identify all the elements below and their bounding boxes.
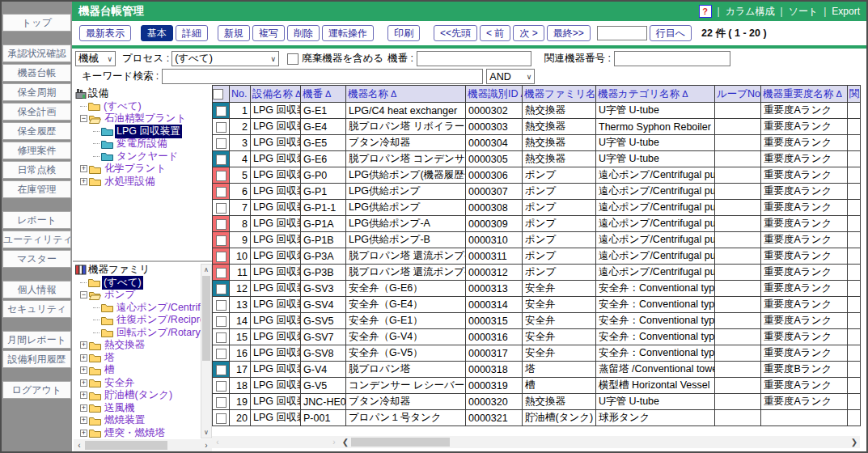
column-header-loop[interactable]: ループNo.Δ	[715, 86, 761, 103]
tree-node-label[interactable]: 槽	[103, 363, 116, 377]
row-checkbox[interactable]	[216, 300, 227, 311]
sort-link[interactable]: ソート	[789, 5, 819, 19]
column-header-category[interactable]: 機器カテゴリ名称Δ	[596, 86, 715, 103]
row-checkbox[interactable]	[216, 332, 227, 343]
tree-node[interactable]: +化学プラント	[74, 163, 212, 176]
expand-icon[interactable]: +	[80, 404, 87, 412]
related-equipment-input[interactable]	[614, 51, 730, 66]
include-disposed-checkbox[interactable]	[287, 53, 299, 65]
tree-node-label[interactable]: 石油精製プラント	[103, 112, 188, 125]
row-checkbox[interactable]	[216, 413, 227, 424]
cell-name[interactable]: LPG供給ポンプ-B	[346, 232, 466, 248]
cell-name[interactable]: LPG/C4 heat exchanger	[346, 103, 466, 119]
tree-node-label[interactable]: ポンプ	[103, 288, 137, 302]
select-all-checkbox[interactable]	[213, 89, 223, 99]
row-checkbox[interactable]	[216, 203, 227, 214]
sidebar-item-4-0[interactable]: 月間レポート	[2, 331, 71, 349]
goto-row-input[interactable]	[597, 26, 647, 40]
tree-node[interactable]: (すべて)	[74, 100, 212, 113]
sidebar-item-1-6[interactable]: 日常点検	[2, 161, 71, 179]
expand-icon[interactable]: +	[80, 430, 87, 437]
tree-node[interactable]: +熱交換器	[74, 339, 201, 352]
fixed-columns-scrollbar[interactable]: ‹ ›	[212, 436, 340, 448]
expand-icon[interactable]: +	[80, 379, 87, 387]
cell-name[interactable]: 脱プロパン塔 還流ポンプ-A	[346, 248, 466, 265]
tree-node-label[interactable]: 熱交換器	[103, 338, 146, 352]
sidebar-item-1-2[interactable]: 保全周期	[2, 83, 71, 101]
scroll-left-icon[interactable]: ‹	[74, 441, 85, 450]
export-link[interactable]: Export	[832, 6, 860, 17]
column-header-family[interactable]: 機器ファミリ名称Δ	[523, 86, 596, 103]
sidebar-item-4-1[interactable]: 設備利用履歴	[2, 350, 71, 368]
sidebar-item-1-1[interactable]: 機器台帳	[2, 64, 71, 82]
tree-node[interactable]: −ポンプ	[74, 289, 201, 302]
cell-kiban[interactable]: P-001	[301, 410, 346, 426]
row-checkbox[interactable]	[216, 106, 227, 116]
cell-kiban[interactable]: G-P3B	[301, 265, 346, 281]
sidebar-item-1-5[interactable]: 修理案件	[2, 142, 71, 159]
tree-node[interactable]: +送風機	[74, 402, 201, 415]
tree-node[interactable]: 変電所設備	[74, 138, 212, 150]
tree-horizontal-scrollbar[interactable]: ‹ ›	[74, 439, 212, 451]
tree-node-label[interactable]: (すべて)	[102, 276, 143, 290]
family-tree-vertical-scrollbar[interactable]: ∧ ∨	[201, 264, 212, 438]
row-checkbox[interactable]	[216, 381, 227, 392]
tree-node-label[interactable]: 塔	[103, 351, 116, 365]
cell-kiban[interactable]: G-V4	[301, 362, 346, 378]
cell-name[interactable]: 安全弁（G-V5）	[346, 345, 466, 362]
row-checkbox[interactable]	[216, 219, 227, 230]
row-checkbox[interactable]	[216, 349, 227, 359]
tab-detail[interactable]: 詳細	[176, 25, 208, 41]
help-icon[interactable]: ?	[699, 5, 712, 18]
logic-select[interactable]: AND ∨	[486, 69, 535, 84]
expand-icon[interactable]: +	[80, 178, 87, 185]
sidebar-item-2-0[interactable]: レポート	[2, 211, 71, 229]
tree-node-label[interactable]: 変電所設備	[115, 137, 169, 150]
row-checkbox[interactable]	[216, 252, 227, 262]
sidebar-item-3-1[interactable]: セキュリティ	[2, 300, 71, 318]
expand-icon[interactable]: +	[80, 354, 87, 362]
column-config-link[interactable]: カラム構成	[726, 5, 775, 19]
cell-name[interactable]: 脱プロパン塔 還流ポンプ-B	[346, 265, 466, 281]
scroll-right-icon[interactable]: ❯	[849, 438, 860, 447]
row-checkbox[interactable]	[216, 171, 227, 181]
expand-icon[interactable]: +	[80, 366, 87, 374]
tree-node[interactable]: +塔	[74, 352, 201, 365]
scroll-right-icon[interactable]: ›	[328, 438, 340, 447]
cell-name[interactable]: 安全弁（G-E1）	[346, 313, 466, 329]
cell-kiban[interactable]: G-SV5	[301, 313, 346, 329]
cell-kiban[interactable]: G-SV8	[301, 345, 346, 362]
cell-name[interactable]: ブタン冷却器	[346, 135, 466, 151]
process-select[interactable]: (すべて) ∨	[171, 51, 279, 66]
machine-select[interactable]: 機械 ∨	[75, 51, 116, 66]
tree-node-label[interactable]: 安全弁	[103, 376, 137, 390]
collapse-icon[interactable]: −	[80, 291, 87, 298]
tree-node-label[interactable]: タンクヤード	[115, 150, 180, 163]
scroll-down-icon[interactable]: ∨	[201, 427, 211, 438]
scrollbar-thumb[interactable]	[202, 276, 210, 361]
cell-kiban[interactable]: G-E4	[301, 119, 346, 135]
refresh-button[interactable]: 最新表示	[79, 25, 131, 41]
row-checkbox[interactable]	[216, 365, 227, 375]
cell-name[interactable]: LPG供給ポンプ	[346, 184, 466, 200]
cell-name[interactable]: LPG供給ポンプ	[346, 200, 466, 216]
cell-name[interactable]: 安全弁（G-E6）	[346, 281, 466, 297]
cell-kiban[interactable]: G-P0	[301, 167, 346, 184]
tree-node-label[interactable]: 送風機	[103, 401, 137, 415]
row-checkbox[interactable]	[216, 138, 227, 149]
scroll-up-icon[interactable]: ∧	[201, 265, 211, 275]
scrollbar-thumb[interactable]	[85, 441, 167, 450]
cell-kiban[interactable]: G-P1B	[301, 232, 346, 248]
cell-name[interactable]: プロパン１号タンク	[346, 410, 466, 426]
cell-name[interactable]: ブタン冷却器	[346, 394, 466, 410]
tree-node-label[interactable]: LPG 回収装置	[115, 125, 182, 138]
row-checkbox[interactable]	[216, 268, 227, 278]
tree-node-label[interactable]: 燃焼装置	[103, 413, 146, 427]
column-header-no[interactable]: No.	[230, 86, 251, 103]
scroll-left-icon[interactable]: ❮	[340, 438, 351, 447]
cell-kiban[interactable]: G-P1	[301, 184, 346, 200]
tree-node[interactable]: 回転ポンプ/Rotary pur	[74, 327, 201, 340]
column-header-importance[interactable]: 機器重要度名称Δ	[761, 86, 848, 103]
goto-row-button[interactable]: 行目へ	[650, 25, 692, 41]
tree-node-label[interactable]: (すべて)	[102, 99, 143, 113]
